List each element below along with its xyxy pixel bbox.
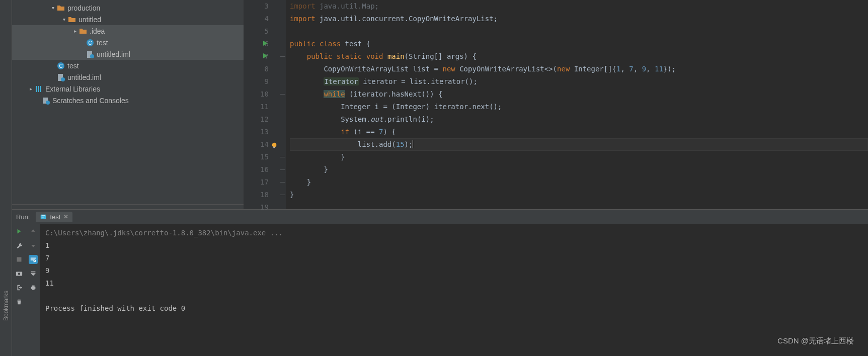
code-line[interactable]: [290, 201, 868, 214]
project-tree-panel[interactable]: ▾production▾untitled▸.ideaCtestuntitled.…: [12, 0, 244, 209]
fold-column[interactable]: ————————: [279, 0, 286, 209]
code-line[interactable]: Integer i = (Integer) iterator.next();: [290, 101, 868, 113]
exit-button[interactable]: [15, 283, 24, 292]
fold-marker[interactable]: —: [280, 154, 285, 159]
console-line: Process finished with exit code 0: [45, 302, 863, 315]
intention-bulb-icon[interactable]: [271, 140, 278, 147]
stop-button[interactable]: [15, 255, 24, 264]
code-editor[interactable]: 345678910111213141516171819 ———————— imp…: [244, 0, 868, 209]
gutter-line[interactable]: 16: [244, 163, 269, 176]
tree-arrow-icon[interactable]: ▾: [49, 5, 56, 11]
gutter-line[interactable]: 19: [244, 201, 269, 214]
camera-button[interactable]: [15, 269, 24, 278]
scroll-end-button[interactable]: [29, 269, 38, 278]
run-toolbar-primary[interactable]: [12, 224, 26, 356]
code-line[interactable]: if (i == 7) {: [290, 126, 868, 138]
folder-icon: [78, 27, 88, 36]
tree-item-untitled-iml[interactable]: untitled.iml: [12, 71, 244, 83]
lib-icon: [34, 84, 43, 94]
gutter-line[interactable]: 8: [244, 63, 269, 75]
code-line[interactable]: public class test {: [290, 38, 868, 50]
gutter-line[interactable]: 13: [244, 126, 269, 138]
tree-item-test[interactable]: Ctest: [12, 37, 244, 48]
wrench-button[interactable]: [15, 241, 24, 250]
code-line[interactable]: Iterator iterator = list.iterator();: [290, 75, 868, 88]
gutter-line[interactable]: 9: [244, 75, 269, 88]
tree-item-label: .idea: [90, 27, 105, 35]
console-line: C:\Users\zhang\.jdks\corretto-1.8.0_382\…: [45, 227, 863, 239]
code-line[interactable]: }: [290, 189, 868, 201]
soft-wrap-button[interactable]: [29, 255, 38, 264]
svg-rect-10: [40, 86, 41, 92]
close-icon[interactable]: ✕: [63, 213, 68, 220]
run-config-icon: [40, 213, 47, 220]
tree-item--idea[interactable]: ▸.idea: [12, 25, 244, 37]
tree-item-label: untitled.iml: [67, 73, 101, 81]
gutter-line[interactable]: 6: [244, 38, 269, 50]
sidebar-scrollbar[interactable]: [12, 204, 244, 209]
tree-arrow-icon[interactable]: ▸: [71, 28, 78, 34]
gutter-line[interactable]: 4: [244, 13, 269, 25]
run-gutter-icon[interactable]: [263, 41, 268, 46]
fold-marker[interactable]: —: [280, 192, 285, 197]
tree-item-untitled[interactable]: ▾untitled: [12, 14, 244, 25]
gutter-line[interactable]: 17: [244, 176, 269, 189]
iml-icon: [86, 50, 95, 59]
code-line[interactable]: list.add(15);: [290, 138, 868, 151]
gutter-line[interactable]: 3: [244, 0, 269, 13]
class-icon: C: [56, 61, 65, 70]
class-icon: C: [86, 38, 95, 47]
tree-item-untitled-iml[interactable]: untitled.iml: [12, 48, 244, 60]
left-tool-strip[interactable]: Bookmarks: [0, 0, 12, 356]
tree-item-scratches-and-consoles[interactable]: Scratches and Consoles: [12, 95, 244, 106]
fold-marker[interactable]: —: [280, 91, 285, 97]
code-line[interactable]: while (iterator.hasNext()) {: [290, 88, 868, 101]
tree-item-label: External Libraries: [45, 85, 100, 93]
svg-rect-17: [42, 217, 44, 217]
code-line[interactable]: CopyOnWriteArrayList list = new CopyOnWr…: [290, 63, 868, 75]
code-line[interactable]: import java.util.Map;: [290, 0, 868, 13]
fold-marker[interactable]: —: [280, 129, 285, 134]
code-line[interactable]: import java.util.concurrent.CopyOnWriteA…: [290, 13, 868, 25]
gutter-line[interactable]: 12: [244, 113, 269, 126]
print-button[interactable]: [29, 283, 38, 292]
code-line[interactable]: public static void main(String[] args) {: [290, 50, 868, 63]
gutter-line[interactable]: 11: [244, 101, 269, 113]
code-line[interactable]: }: [290, 151, 868, 163]
tree-item-production[interactable]: ▾production: [12, 2, 244, 14]
code-area[interactable]: import java.util.Map;import java.util.co…: [286, 0, 868, 209]
svg-text:C: C: [59, 63, 62, 69]
code-line[interactable]: }: [290, 163, 868, 176]
gutter-line[interactable]: 5: [244, 25, 269, 38]
run-toolbar-secondary[interactable]: [26, 224, 40, 356]
svg-rect-23: [32, 289, 34, 290]
gutter-line[interactable]: 7: [244, 50, 269, 63]
tree-item-external-libraries[interactable]: ▸External Libraries: [12, 83, 244, 95]
gutter-line[interactable]: 10: [244, 88, 269, 101]
run-tab-test[interactable]: test ✕: [36, 212, 72, 222]
fold-marker[interactable]: —: [280, 53, 285, 59]
gutter-line[interactable]: 18: [244, 189, 269, 201]
tree-item-test[interactable]: Ctest: [12, 60, 244, 71]
trash-button[interactable]: [15, 297, 24, 306]
up-button[interactable]: [29, 227, 38, 236]
bookmarks-tool-label[interactable]: Bookmarks: [3, 291, 10, 321]
fold-marker[interactable]: —: [280, 41, 285, 46]
svg-rect-16: [42, 215, 45, 216]
fold-marker[interactable]: —: [280, 166, 285, 172]
fold-marker[interactable]: —: [280, 179, 285, 185]
rerun-button[interactable]: [15, 227, 24, 236]
run-gutter-icon[interactable]: [263, 53, 268, 58]
run-panel[interactable]: Run: test ✕ C:\Use: [12, 209, 868, 356]
down-button[interactable]: [29, 241, 38, 250]
tree-arrow-icon[interactable]: ▸: [27, 86, 34, 92]
gutter-line[interactable]: 14: [244, 138, 269, 151]
editor-gutter[interactable]: 345678910111213141516171819: [244, 0, 279, 209]
console-output[interactable]: C:\Users\zhang\.jdks\corretto-1.8.0_382\…: [40, 224, 868, 356]
svg-point-3: [90, 54, 94, 58]
code-line[interactable]: }: [290, 176, 868, 189]
code-line[interactable]: System.out.println(i);: [290, 113, 868, 126]
tree-arrow-icon[interactable]: ▾: [60, 17, 67, 22]
gutter-line[interactable]: 15: [244, 151, 269, 163]
code-line[interactable]: [290, 25, 868, 38]
